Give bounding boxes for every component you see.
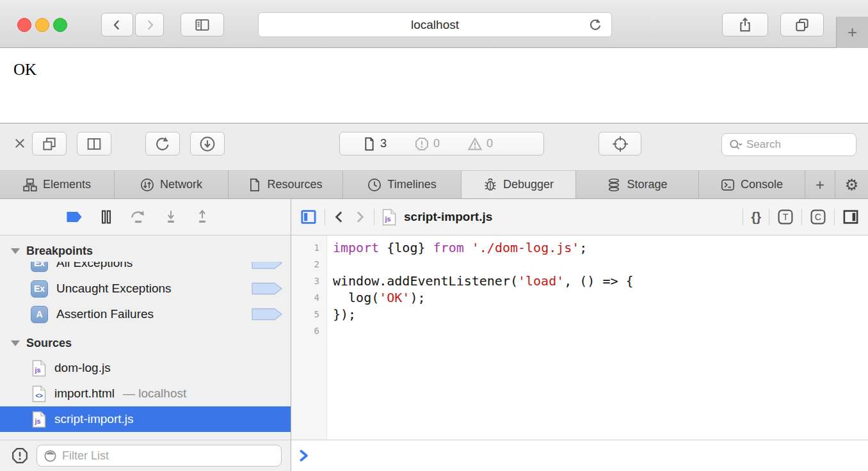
share-button[interactable] <box>722 13 768 36</box>
breakpoint-flag-icon[interactable] <box>252 308 282 321</box>
search-input[interactable] <box>746 138 868 151</box>
step-over-button[interactable] <box>130 209 147 225</box>
window-minimize-button[interactable] <box>35 18 49 32</box>
svg-text:<>: <> <box>35 392 43 399</box>
breakpoint-flag-icon[interactable] <box>252 262 282 269</box>
sidebar-filter-bar <box>0 440 291 471</box>
code-line <box>333 256 868 273</box>
source-host-suffix: — localhost <box>123 387 186 401</box>
elements-icon <box>23 178 37 192</box>
step-into-button[interactable] <box>164 209 178 225</box>
sidebar-icon <box>195 17 210 33</box>
share-icon <box>738 17 752 33</box>
inspector-settings-button[interactable]: ⚙ <box>835 171 868 198</box>
line-number[interactable]: 3 <box>291 273 326 289</box>
line-number[interactable]: 2 <box>291 256 326 273</box>
source-code-editor[interactable]: 1 2 3 4 5 6 import {log} from './dom-log… <box>291 236 868 440</box>
js-file-icon: js <box>382 209 396 226</box>
step-out-button[interactable] <box>195 209 209 225</box>
warning-triangle-icon <box>468 137 482 151</box>
breakpoint-row-uncaught-exceptions[interactable]: Ex Uncaught Exceptions <box>0 276 291 301</box>
filter-list-input[interactable] <box>62 449 275 463</box>
plus-icon: + <box>848 22 857 42</box>
browser-forward-button[interactable] <box>135 13 164 36</box>
close-inspector-button[interactable] <box>10 134 29 153</box>
network-icon <box>140 178 154 192</box>
breakpoints-section-header[interactable]: Breakpoints <box>0 240 291 262</box>
document-count: 3 <box>363 136 387 152</box>
chevron-right-icon <box>144 19 156 31</box>
code-content[interactable]: import {log} from './dom-log.js'; window… <box>327 236 868 440</box>
source-row-script-import-selected[interactable]: js script-import.js <box>0 406 291 432</box>
inspector-toolbar: 3 0 0 <box>0 124 868 171</box>
history-forward-button[interactable] <box>353 210 366 224</box>
js-file-icon: js <box>32 360 46 377</box>
line-number[interactable]: 1 <box>291 239 326 256</box>
element-picker-button[interactable] <box>599 132 641 156</box>
pretty-print-button[interactable]: {} <box>751 210 761 225</box>
console-icon <box>721 178 735 192</box>
line-number[interactable]: 4 <box>291 289 326 306</box>
quick-console[interactable] <box>291 440 868 471</box>
letter-c-icon: C <box>810 209 826 225</box>
divider <box>834 209 835 225</box>
disclosure-triangle-icon <box>11 340 20 346</box>
reload-page-button[interactable] <box>145 132 180 156</box>
exception-badge-icon: Ex <box>31 262 48 272</box>
detach-inspector-button[interactable] <box>32 132 67 156</box>
sources-section-header[interactable]: Sources <box>0 331 291 355</box>
breakpoint-row-assertion-failures[interactable]: A Assertion Failures <box>0 301 291 327</box>
browser-back-button[interactable] <box>101 13 133 36</box>
tab-elements[interactable]: Elements <box>0 171 115 198</box>
reload-icon[interactable] <box>588 18 602 32</box>
pause-button[interactable] <box>100 209 113 225</box>
issues-octagon-icon[interactable] <box>12 447 28 464</box>
address-bar[interactable]: localhost <box>258 12 612 37</box>
inspector-search-field[interactable] <box>721 133 856 156</box>
document-icon <box>363 136 376 152</box>
breakpoint-flag-icon[interactable] <box>252 282 282 295</box>
disclosure-triangle-icon <box>11 248 20 254</box>
download-web-archive-button[interactable] <box>190 132 225 156</box>
navigation-row: js script-import.js {} T C <box>0 199 868 236</box>
resources-icon <box>248 178 261 192</box>
tab-console[interactable]: Console <box>699 171 805 198</box>
window-close-button[interactable] <box>17 18 31 32</box>
assertion-badge-icon: A <box>31 306 48 323</box>
right-sidebar-toggle-button[interactable] <box>842 209 859 225</box>
code-line <box>333 323 868 339</box>
type-profiler-button[interactable]: T <box>777 209 794 225</box>
window-zoom-button[interactable] <box>53 18 67 32</box>
exception-badge-icon: Ex <box>31 280 48 298</box>
new-tab-inspector-button[interactable]: + <box>805 171 835 198</box>
error-octagon-icon <box>415 137 429 151</box>
source-row-dom-log[interactable]: js dom-log.js <box>0 355 291 381</box>
source-row-import-html[interactable]: <> import.html — localhost <box>0 381 291 406</box>
tab-storage[interactable]: Storage <box>576 171 699 198</box>
current-file-title: script-import.js <box>404 210 492 224</box>
resource-counts-group[interactable]: 3 0 0 <box>339 132 544 156</box>
sidebar-toggle-button[interactable] <box>181 13 224 36</box>
breakpoints-toggle-button[interactable] <box>66 210 83 224</box>
content-navigation-bar: js script-import.js {} T C <box>291 199 868 235</box>
dock-side-button[interactable] <box>77 132 111 156</box>
line-number[interactable]: 5 <box>291 306 326 323</box>
left-sidebar-toggle-button[interactable] <box>300 209 317 225</box>
tab-resources[interactable]: Resources <box>229 171 343 198</box>
line-number[interactable]: 6 <box>291 323 326 339</box>
filter-field[interactable] <box>36 445 282 467</box>
breakpoint-row-clipped[interactable]: Ex All Exceptions <box>0 262 291 276</box>
tab-timelines[interactable]: Timelines <box>343 171 462 198</box>
divider <box>374 209 374 225</box>
debugger-sidebar: Breakpoints Ex All Exceptions Ex Uncaugh… <box>0 236 291 440</box>
code-coverage-button[interactable]: C <box>810 209 826 225</box>
database-icon <box>607 178 621 192</box>
tab-overview-button[interactable] <box>780 13 824 36</box>
new-tab-button[interactable]: + <box>836 17 868 48</box>
tab-debugger[interactable]: Debugger <box>462 171 576 198</box>
console-prompt-icon <box>299 450 309 461</box>
history-back-button[interactable] <box>333 210 346 224</box>
divider <box>325 209 325 225</box>
code-line: log('OK'); <box>333 289 868 306</box>
tab-network[interactable]: Network <box>115 171 229 198</box>
